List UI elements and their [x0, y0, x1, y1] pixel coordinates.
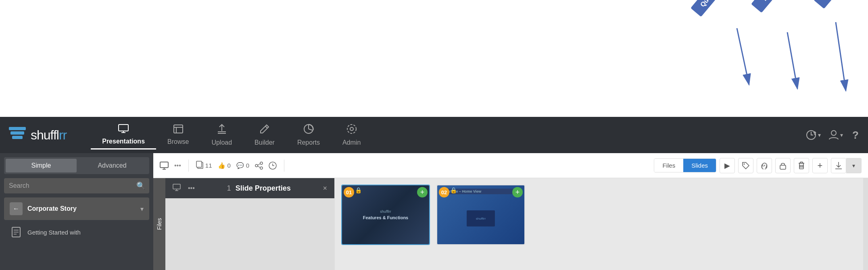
svg-line-44 — [258, 166, 260, 168]
svg-rect-18 — [174, 125, 183, 133]
svg-point-29 — [831, 131, 836, 135]
queue-chevron: ▾ — [818, 132, 821, 138]
slide-count: 11 — [205, 162, 212, 169]
nav-item-browse[interactable]: Browse — [156, 121, 200, 149]
admin-label: Admin — [342, 139, 361, 146]
logo-rr: rr — [59, 128, 67, 142]
svg-text:Queue Tray: Queue Tray — [699, 0, 727, 8]
like-count: 0 — [227, 162, 231, 169]
main-content: Simple Advanced 🔍 ← Corporate Story ▾ — [0, 153, 868, 270]
slide-badge-2: 02 — [439, 187, 449, 197]
svg-point-25 — [350, 127, 353, 131]
slides-area: Files ••• — [153, 178, 868, 270]
svg-point-41 — [255, 164, 258, 167]
upload-icon — [217, 124, 227, 137]
tab-simple[interactable]: Simple — [6, 159, 77, 172]
svg-rect-6 — [814, 0, 845, 9]
slide-properties-body — [165, 198, 334, 270]
logo-text: shufflrr — [31, 128, 67, 143]
nav-item-presentations[interactable]: Presentations — [91, 121, 156, 150]
slide-img-1: shufflrr Features & Functions — [341, 185, 430, 245]
lock-icon-2: 🔒 — [450, 187, 457, 193]
folder-chevron-icon: ▾ — [140, 205, 144, 213]
slide-content-2: Interface – Home View shufflrr — [437, 185, 524, 244]
history-icon[interactable] — [269, 162, 277, 170]
nav-item-reports[interactable]: Reports — [286, 120, 331, 150]
toolbar-presentation-icon[interactable] — [160, 162, 169, 170]
svg-rect-58 — [173, 184, 180, 189]
delete-button[interactable] — [794, 158, 809, 173]
add-button[interactable]: + — [812, 158, 828, 173]
svg-text:Manage Profile: Manage Profile — [761, 0, 796, 2]
svg-rect-12 — [9, 127, 26, 130]
lock-button[interactable] — [775, 158, 791, 173]
svg-line-2 — [737, 28, 749, 85]
slide-properties-title: 1 Slide Properties — [227, 184, 291, 193]
slides-thumbnails: shufflrr Features & Functions 01 🔒 + — [335, 178, 863, 270]
scroll-track[interactable] — [863, 178, 868, 270]
toolbar-right: Files Slides ▶ — [654, 158, 862, 173]
svg-line-23 — [265, 126, 267, 128]
add-slide-2[interactable]: + — [512, 187, 523, 197]
profile-chevron: ▾ — [840, 132, 843, 138]
slide-badge-1: 01 — [344, 187, 354, 197]
tab-slides[interactable]: Slides — [683, 159, 716, 172]
nav-item-builder[interactable]: Builder — [243, 120, 286, 150]
folder-item[interactable]: ← Corporate Story ▾ — [4, 197, 149, 220]
folder-name: Corporate Story — [27, 205, 140, 212]
divider-1 — [188, 160, 189, 172]
svg-point-46 — [744, 163, 745, 164]
presentations-label: Presentations — [102, 138, 145, 145]
nav-items: Presentations Browse — [91, 120, 806, 150]
svg-line-5 — [787, 32, 797, 89]
slide-number — [173, 184, 181, 193]
svg-text:?: ? — [852, 130, 859, 140]
nav-item-upload[interactable]: Upload — [200, 120, 243, 150]
tab-advanced[interactable]: Advanced — [77, 159, 148, 172]
slide-props-num: ••• — [188, 185, 195, 192]
manage-profile-button[interactable]: ▾ — [829, 130, 843, 140]
download-button[interactable] — [831, 158, 846, 173]
play-button[interactable]: ▶ — [720, 158, 735, 173]
lock-icon-1: 🔒 — [355, 187, 362, 193]
tag-button[interactable] — [738, 158, 753, 173]
queue-tray-button[interactable]: ▾ — [806, 130, 821, 140]
toolbar: ••• 11 👍 0 — [153, 153, 868, 178]
file-name: Getting Started with — [27, 229, 144, 236]
files-side-tab[interactable]: Files — [153, 178, 165, 270]
divider-2 — [284, 160, 284, 172]
admin-icon — [346, 124, 357, 137]
help-button[interactable]: ? — [851, 130, 860, 140]
slide-thumb-2[interactable]: Interface – Home View shufflrr 02 � — [436, 185, 525, 245]
files-tab-label: Files — [156, 218, 163, 230]
toolbar-more-icon[interactable]: ••• — [174, 162, 181, 169]
back-button[interactable]: ← — [10, 202, 23, 215]
slide-count-stat: 11 — [196, 161, 212, 170]
search-input[interactable] — [4, 178, 149, 193]
svg-rect-0 — [691, 0, 735, 17]
svg-point-26 — [347, 125, 356, 133]
add-slide-1[interactable]: + — [417, 187, 428, 197]
link-button[interactable] — [757, 158, 772, 173]
download-dropdown[interactable]: ▾ — [846, 158, 862, 173]
slide-thumb-1[interactable]: shufflrr Features & Functions 01 🔒 + — [341, 185, 430, 245]
sidebar: Simple Advanced 🔍 ← Corporate Story ▾ — [0, 153, 153, 270]
close-button[interactable]: × — [323, 184, 327, 193]
files-slides-tabs: Files Slides — [654, 158, 716, 172]
slide-content-1: shufflrr Features & Functions — [342, 185, 429, 244]
nav-item-admin[interactable]: Admin — [331, 120, 372, 150]
svg-point-42 — [260, 167, 263, 169]
content-panel: ••• 11 👍 0 — [153, 153, 868, 270]
svg-rect-15 — [119, 125, 128, 131]
tab-files[interactable]: Files — [654, 159, 683, 172]
nav-right: ▾ ▾ ? — [806, 130, 860, 140]
app-wrapper: shufflrr Presentations — [0, 117, 868, 270]
svg-rect-14 — [12, 136, 23, 139]
browse-label: Browse — [167, 138, 189, 145]
logo-area: shufflrr — [8, 127, 67, 143]
likes-stat: 👍 0 — [218, 162, 231, 169]
share-icon[interactable] — [255, 162, 263, 170]
slide-properties-header: ••• 1 Slide Properties × — [165, 178, 334, 198]
reports-icon — [303, 124, 314, 137]
file-item[interactable]: Getting Started with — [4, 222, 149, 243]
